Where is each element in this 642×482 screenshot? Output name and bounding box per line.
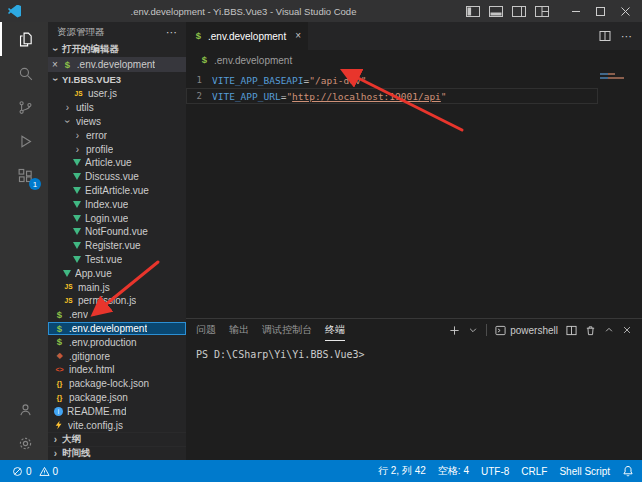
indentation[interactable]: 空格: 4 [438,464,469,478]
sidebar-title-row: 资源管理器 [48,22,186,42]
vue-icon [73,256,81,263]
divider [486,324,487,336]
open-editors-header[interactable]: 打开的编辑器 [48,42,186,57]
tree-item[interactable]: Login.vue [48,211,186,225]
open-editor-item[interactable]: .env.development [48,57,186,72]
tree-item[interactable]: utils [48,101,186,115]
tree-item-label: EditArticle.vue [85,185,149,196]
tab-output[interactable]: 输出 [229,319,249,341]
tree-item[interactable]: .env.production [48,335,186,349]
minimap-line [600,77,624,79]
error-count: 0 [26,466,32,477]
tree-item-label: vite.config.js [68,420,123,431]
tree-item[interactable]: permission.js [48,294,186,308]
tab-problems[interactable]: 问题 [196,319,216,341]
outline-section-header[interactable]: 大纲 [48,432,186,446]
explorer-icon[interactable] [0,22,48,56]
activity-bar: 1 [0,22,48,460]
terminal-output[interactable]: PS D:\CSharp\Yi\Yi.BBS.Vue3> [186,341,642,368]
settings-gear-icon[interactable] [0,426,48,460]
tree-item[interactable]: package.json [48,391,186,405]
tree-item[interactable]: package-lock.json [48,377,186,391]
close-editor-icon[interactable] [52,60,58,70]
tree-item-env-development[interactable]: .env.development [48,322,186,336]
tree-item[interactable]: .env [48,308,186,322]
panel-actions: powershell [449,324,632,336]
url-link[interactable]: http://localhost:19001/api [292,91,441,102]
kill-terminal-trash-icon[interactable] [585,325,596,336]
customize-layout-icon[interactable] [535,6,549,17]
run-and-debug-icon[interactable] [0,124,48,158]
tree-item[interactable]: vite.config.js [48,418,186,432]
tab-label: .env.development [208,31,286,42]
tree-item-label: Login.vue [85,213,128,224]
maximize-button[interactable] [588,0,613,22]
minimap[interactable] [600,73,640,81]
tree-item[interactable]: error [48,128,186,142]
tree-item[interactable]: Discuss.vue [48,170,186,184]
tree-item[interactable]: .gitignore [48,349,186,363]
account-icon[interactable] [0,392,48,426]
search-icon[interactable] [0,56,48,90]
chevron-down-icon [62,117,73,126]
open-editors-label: 打开的编辑器 [62,43,119,56]
project-section-header[interactable]: YI.BBS.VUE3 [48,72,186,87]
terminal-instance[interactable]: powershell [495,325,558,336]
extensions-icon[interactable]: 1 [0,158,48,192]
quote: " [441,91,447,102]
tree-item[interactable]: profile [48,142,186,156]
cursor-position[interactable]: 行 2, 列 42 [378,464,426,478]
tab-terminal[interactable]: 终端 [325,319,345,341]
split-editor-icon[interactable] [599,30,611,42]
tree-item[interactable]: NotFound.vue [48,225,186,239]
tree-item-label: package-lock.json [69,378,149,389]
tab-debug-console[interactable]: 调试控制台 [262,319,312,341]
maximize-panel-chevron-up-icon[interactable] [604,325,614,335]
chevron-down-icon[interactable] [468,325,478,335]
tree-item-label: utils [76,102,94,113]
minimap-line [600,73,615,75]
tree-item[interactable]: views [48,115,186,129]
powershell-icon [495,325,506,336]
tree-item-label: App.vue [75,268,112,279]
close-button[interactable] [613,0,638,22]
tree-item[interactable]: index.html [48,363,186,377]
problems-status[interactable]: 0 0 [8,466,58,477]
notifications-bell-icon[interactable] [622,465,634,477]
editor-actions [599,22,642,50]
tree-item[interactable]: Article.vue [48,156,186,170]
tree-item[interactable]: App.vue [48,266,186,280]
tree-item[interactable]: Test.vue [48,253,186,267]
close-panel-icon[interactable] [622,325,632,335]
toggle-panel-icon[interactable] [489,6,503,17]
minimize-button[interactable] [563,0,588,22]
tree-item[interactable]: user.js [48,87,186,101]
file-tree: user.js utils views error profile Articl… [48,87,186,432]
timeline-section-header[interactable]: 时间线 [48,446,186,460]
vue-icon [73,187,81,194]
new-terminal-icon[interactable] [449,325,460,336]
code-editor[interactable]: 1 VITE_APP_BASEAPI = "/api-dev" 2 VITE_A… [186,70,642,318]
tree-item-label: Register.vue [85,240,141,251]
tree-item[interactable]: README.md [48,404,186,418]
tree-item[interactable]: EditArticle.vue [48,184,186,198]
tree-item[interactable]: Index.vue [48,197,186,211]
breadcrumb[interactable]: .env.development [186,50,642,70]
encoding[interactable]: UTF-8 [481,466,509,477]
split-terminal-icon[interactable] [566,325,577,336]
language-mode[interactable]: Shell Script [559,466,610,477]
line-number: 2 [186,91,202,101]
close-tab-icon[interactable] [295,31,301,41]
tab-env-development[interactable]: .env.development [186,22,309,50]
toggle-sidebar-icon[interactable] [466,6,480,17]
more-actions-icon[interactable] [621,30,632,43]
bottom-panel: 问题 输出 调试控制台 终端 powershell [186,318,642,460]
eol-sequence[interactable]: CRLF [521,466,547,477]
tree-item[interactable]: main.js [48,280,186,294]
source-control-icon[interactable] [0,90,48,124]
tree-item[interactable]: Register.vue [48,239,186,253]
more-actions-icon[interactable] [166,26,177,39]
vite-icon [54,420,64,430]
toggle-secondary-sidebar-icon[interactable] [512,6,526,17]
chevron-right-icon [63,102,72,113]
